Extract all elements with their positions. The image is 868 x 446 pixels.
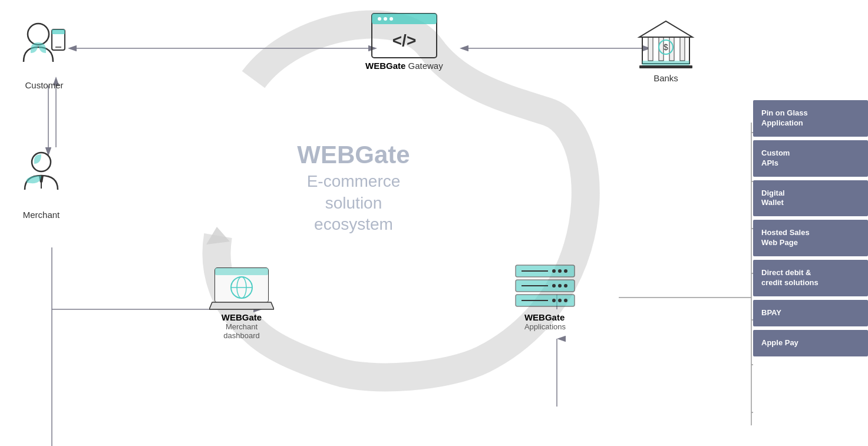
center-text: WEBGate E-commercesolutionecosystem [271,141,436,235]
svg-point-58 [558,269,562,273]
dashboard-label: Merchantdashboard [222,322,262,340]
svg-point-34 [378,17,381,21]
svg-point-61 [558,284,562,288]
svg-rect-42 [669,37,674,61]
svg-text:</>: </> [392,31,416,49]
center-sub: E-commercesolutionecosystem [271,171,436,235]
svg-rect-40 [648,37,653,61]
banks-label: Banks [654,73,678,83]
merchant-label: Merchant [23,210,60,220]
svg-point-60 [564,284,567,288]
server-icon [513,262,577,312]
svg-point-64 [558,299,562,302]
banks-icon: $ [636,16,695,70]
svg-rect-43 [680,37,685,61]
applications-node: WEBGate Applications [513,262,577,331]
dashboard-node: WEBGate Merchantdashboard [209,265,274,340]
svg-point-35 [384,17,387,21]
svg-point-59 [552,269,556,273]
right-panel: Pin on GlassApplication CustomAPIs Digit… [753,0,868,446]
svg-point-25 [28,24,49,45]
svg-marker-44 [639,21,692,37]
diagram-container: Customer Merchant </> [0,0,868,446]
customer-label: Customer [25,80,63,90]
panel-item-1: Pin on GlassApplication [753,100,868,137]
gateway-label: Gateway [408,61,443,71]
gateway-icon: </> [369,11,440,61]
panel-item-6: BPAY [753,300,868,326]
svg-rect-39 [642,61,689,65]
svg-rect-33 [372,14,437,24]
center-brand: WEBGate [271,141,436,169]
gateway-node: </> WEBGate Gateway [365,11,443,71]
customer-node: Customer [18,18,71,90]
panel-item-7: Apple Pay [753,330,868,356]
svg-point-63 [564,299,567,302]
banks-node: $ Banks [636,16,695,83]
svg-text:$: $ [664,42,668,52]
svg-point-62 [552,284,556,288]
svg-rect-50 [215,268,268,275]
dashboard-brand: WEBGate [222,312,262,322]
applications-brand: WEBGate [524,312,566,322]
gateway-brand: WEBGate [365,61,408,71]
svg-point-65 [552,299,556,302]
merchant-icon [18,147,65,206]
svg-point-36 [390,17,393,21]
svg-rect-47 [639,65,692,68]
svg-rect-28 [52,29,65,34]
applications-label: Applications [524,322,566,331]
dashboard-icon [209,265,274,312]
customer-icon [18,18,71,77]
panel-item-3: DigitalWallet [753,180,868,217]
panel-item-5: Direct debit &credit solutions [753,260,868,296]
panel-item-2: CustomAPIs [753,140,868,177]
svg-marker-7 [206,227,230,245]
merchant-node: Merchant [18,147,65,220]
panel-item-4: Hosted SalesWeb Page [753,220,868,256]
svg-point-57 [564,269,567,273]
